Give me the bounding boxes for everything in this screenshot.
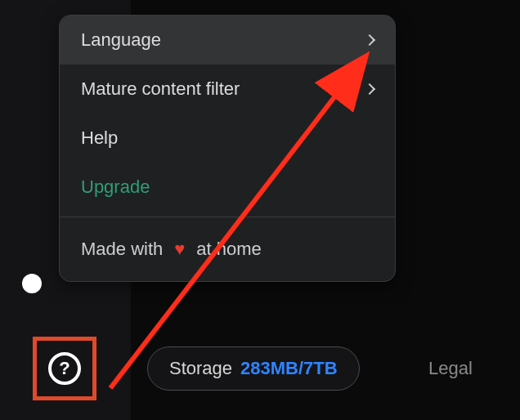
chevron-right-icon [364,83,375,95]
storage-pill[interactable]: Storage 283MB/7TB [147,346,360,391]
storage-value: 283MB/7TB [240,358,338,379]
footer-prefix: Made with [81,239,163,260]
legal-link[interactable]: Legal [428,358,473,379]
footer-suffix: at home [196,239,262,260]
help-button[interactable]: ? [48,352,81,385]
menu-item-label: Language [81,29,161,51]
menu-item-upgrade[interactable]: Upgrade [60,163,395,212]
menu-item-label: Upgrade [81,176,150,198]
menu-item-mature-filter[interactable]: Mature content filter [60,65,395,114]
menu-item-label: Help [81,127,118,149]
chevron-right-icon [364,34,375,46]
storage-label: Storage [169,358,232,379]
settings-popover: Language Mature content filter Help Upgr… [59,15,396,282]
menu-footer: Made with ♥ at home [60,217,395,281]
help-button-highlight: ? [33,337,96,400]
menu-item-label: Mature content filter [81,78,240,100]
heart-icon: ♥ [174,240,185,258]
menu-item-help[interactable]: Help [60,114,395,163]
menu-item-language[interactable]: Language [60,16,395,65]
question-mark-icon: ? [59,358,69,379]
avatar-peek [22,274,42,293]
